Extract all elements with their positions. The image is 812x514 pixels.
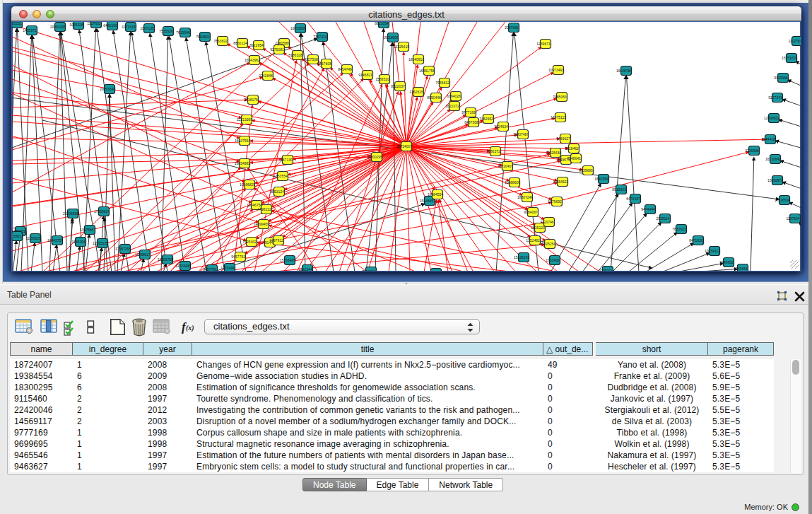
svg-text:10654112: 10654112 xyxy=(705,249,720,253)
svg-text:2242848: 2242848 xyxy=(259,74,273,78)
svg-text:2260588: 2260588 xyxy=(275,41,289,45)
svg-text:9275081: 9275081 xyxy=(270,47,284,52)
svg-text:14099459: 14099459 xyxy=(254,222,269,226)
svg-text:1640954: 1640954 xyxy=(594,177,608,181)
svg-text:1353554: 1353554 xyxy=(273,174,288,178)
svg-text:11325419: 11325419 xyxy=(394,45,409,49)
svg-text:9245211: 9245211 xyxy=(599,269,612,271)
svg-text:1120746: 1120746 xyxy=(540,220,553,224)
svg-text:7462662: 7462662 xyxy=(479,117,493,121)
svg-text:7663822: 7663822 xyxy=(213,39,228,43)
svg-text:1615123: 1615123 xyxy=(531,226,545,230)
svg-text:8322037: 8322037 xyxy=(391,84,405,88)
svg-text:16782759: 16782759 xyxy=(158,257,173,262)
svg-text:15716485: 15716485 xyxy=(280,258,295,262)
svg-text:1067135: 1067135 xyxy=(140,26,154,30)
svg-text:9457791: 9457791 xyxy=(203,267,217,271)
svg-text:8912954: 8912954 xyxy=(249,43,264,47)
svg-text:9245653: 9245653 xyxy=(734,267,748,271)
svg-text:19166825: 19166825 xyxy=(240,182,255,187)
svg-text:7515526: 7515526 xyxy=(159,29,173,33)
svg-text:18300295: 18300295 xyxy=(367,155,382,159)
svg-text:4498222: 4498222 xyxy=(257,207,271,211)
svg-text:3215938: 3215938 xyxy=(745,148,759,153)
svg-text:6794028: 6794028 xyxy=(447,94,461,98)
svg-text:18724007: 18724007 xyxy=(396,144,412,148)
svg-text:4497912: 4497912 xyxy=(269,238,283,243)
svg-text:1527602: 1527602 xyxy=(87,22,101,25)
svg-text:1244418: 1244418 xyxy=(761,137,775,141)
svg-text:8186328: 8186328 xyxy=(288,53,302,57)
svg-text:2718176: 2718176 xyxy=(244,98,258,102)
svg-text:2935114: 2935114 xyxy=(656,216,669,221)
svg-text:15692971: 15692971 xyxy=(767,178,783,182)
svg-text:9474444: 9474444 xyxy=(641,207,655,211)
svg-text:20053346: 20053346 xyxy=(100,87,115,91)
svg-text:9457791: 9457791 xyxy=(231,255,245,259)
svg-text:16107554: 16107554 xyxy=(235,139,250,143)
svg-text:1975692: 1975692 xyxy=(548,199,562,204)
svg-text:10688609: 10688609 xyxy=(505,180,520,185)
svg-text:8454749: 8454749 xyxy=(338,67,352,71)
svg-text:9327508: 9327508 xyxy=(304,57,318,62)
svg-text:1239671: 1239671 xyxy=(536,42,551,46)
svg-text:1362615: 1362615 xyxy=(409,90,423,94)
svg-text:9084067: 9084067 xyxy=(524,210,538,214)
svg-text:9227341: 9227341 xyxy=(768,95,782,100)
svg-text:1588520: 1588520 xyxy=(375,77,389,81)
svg-text:1071915: 1071915 xyxy=(122,25,136,29)
svg-text:19654982: 19654982 xyxy=(235,161,250,165)
svg-text:17957255: 17957255 xyxy=(115,247,131,251)
svg-text:1621072: 1621072 xyxy=(445,104,459,108)
svg-text:13975867: 13975867 xyxy=(80,228,95,232)
svg-text:19218506: 19218506 xyxy=(383,35,399,40)
svg-text:12942757: 12942757 xyxy=(47,238,63,243)
svg-text:9245652: 9245652 xyxy=(719,260,734,264)
svg-text:16961758: 16961758 xyxy=(419,69,435,73)
svg-text:7663822: 7663822 xyxy=(196,35,210,39)
svg-text:9146821: 9146821 xyxy=(358,73,372,77)
svg-text:17359924: 17359924 xyxy=(94,209,110,214)
svg-text:1405571: 1405571 xyxy=(23,28,37,33)
svg-text:1253446: 1253446 xyxy=(220,266,235,270)
svg-text:12975115: 12975115 xyxy=(551,115,566,119)
svg-text:1733426: 1733426 xyxy=(546,258,560,262)
svg-text:6497568: 6497568 xyxy=(464,120,478,124)
svg-text:7886372: 7886372 xyxy=(486,149,500,153)
svg-text:16648784: 16648784 xyxy=(616,69,632,73)
svg-text:9463627: 9463627 xyxy=(556,136,570,141)
svg-text:16053809: 16053809 xyxy=(290,26,306,30)
svg-text:18807249: 18807249 xyxy=(517,195,533,199)
svg-text:1352482: 1352482 xyxy=(526,238,540,243)
svg-text:1292344: 1292344 xyxy=(298,267,312,271)
svg-text:12505135: 12505135 xyxy=(93,241,108,245)
svg-text:1065328: 1065328 xyxy=(69,23,83,27)
svg-text:10958117: 10958117 xyxy=(135,252,151,257)
svg-text:15751074: 15751074 xyxy=(782,56,797,60)
svg-text:7153846: 7153846 xyxy=(362,269,376,271)
svg-text:2867608: 2867608 xyxy=(317,62,331,66)
svg-text:6479197: 6479197 xyxy=(626,197,640,201)
svg-text:7357224: 7357224 xyxy=(313,35,327,39)
svg-text:1145194: 1145194 xyxy=(71,240,85,244)
svg-text:18640910: 18640910 xyxy=(408,57,424,62)
svg-text:15136141: 15136141 xyxy=(514,255,529,259)
svg-text:10025438: 10025438 xyxy=(546,151,561,155)
svg-text:16543962: 16543962 xyxy=(245,58,260,62)
svg-text:8660124: 8660124 xyxy=(233,41,247,45)
svg-text:1167534: 1167534 xyxy=(786,216,799,221)
svg-text:7632621: 7632621 xyxy=(672,227,686,231)
svg-text:3267130: 3267130 xyxy=(278,158,293,162)
svg-text:16210643: 16210643 xyxy=(765,157,781,161)
svg-text:2083231: 2083231 xyxy=(12,22,22,25)
svg-text:2087682: 2087682 xyxy=(505,25,519,30)
svg-text:15225254: 15225254 xyxy=(540,242,555,246)
svg-text:15720407: 15720407 xyxy=(498,164,513,168)
svg-text:8813054: 8813054 xyxy=(375,22,389,25)
svg-text:3624534: 3624534 xyxy=(494,124,508,129)
svg-text:9329966: 9329966 xyxy=(774,76,788,80)
svg-text:10807487: 10807487 xyxy=(513,132,529,136)
svg-text:19654923: 19654923 xyxy=(553,180,568,184)
svg-text:7485063: 7485063 xyxy=(553,95,567,99)
svg-text:7955812: 7955812 xyxy=(435,81,449,85)
